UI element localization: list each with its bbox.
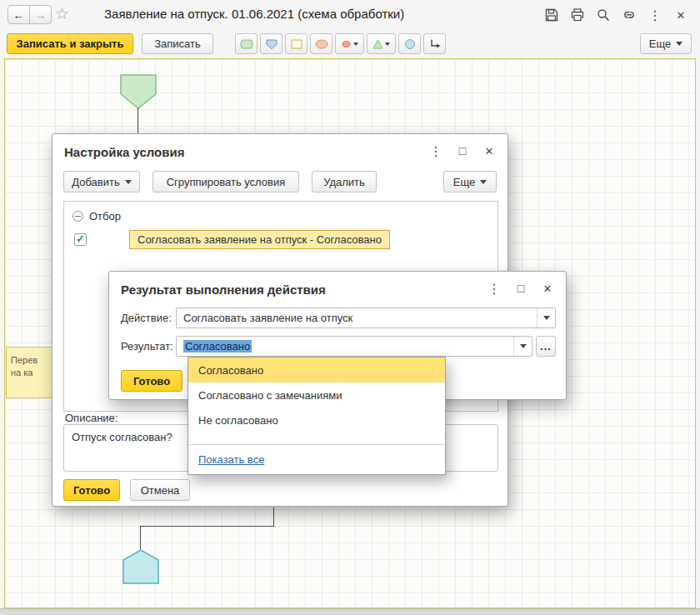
note-text: Перев xyxy=(11,354,49,367)
more-button[interactable]: Еще xyxy=(443,171,497,192)
more-label: Еще xyxy=(649,38,671,50)
close-icon[interactable] xyxy=(672,6,690,24)
forward-icon xyxy=(35,8,47,22)
action-value: Согласовать заявление на отпуск xyxy=(177,312,537,324)
sticky-note[interactable]: Перев на ка xyxy=(6,347,53,398)
connector-tool[interactable] xyxy=(423,33,446,54)
more-label: Еще xyxy=(453,176,475,188)
save-and-close-button[interactable]: Записать и закрыть xyxy=(7,33,133,54)
shape-toolbar xyxy=(235,33,446,54)
result-dropdown-list: Согласовано Согласовано с замечаниями Не… xyxy=(188,357,446,475)
start-shape-tool[interactable] xyxy=(260,33,282,54)
chevron-down-icon xyxy=(520,344,527,348)
back-icon xyxy=(13,8,25,22)
dropdown-option-selected[interactable]: Согласовано xyxy=(188,358,445,382)
chevron-down-icon xyxy=(385,42,390,46)
dropdown-option[interactable]: Согласовано с замечаниями xyxy=(188,382,445,408)
app-window: Заявление на отпуск. 01.06.2021 (схема о… xyxy=(0,0,700,615)
done-button[interactable]: Готово xyxy=(63,479,120,501)
back-button[interactable] xyxy=(8,5,30,24)
forward-button[interactable] xyxy=(29,5,52,24)
tree-root-row[interactable]: Отбор xyxy=(64,206,121,226)
dialog-title: Настройка условия xyxy=(64,145,184,159)
link-icon[interactable] xyxy=(620,6,638,24)
dialog-title: Результат выполнения действия xyxy=(121,282,326,297)
result-combobox[interactable]: Согласовано xyxy=(176,336,532,357)
kebab-icon[interactable] xyxy=(488,281,501,296)
done-button[interactable]: Готово xyxy=(121,370,182,392)
find-icon[interactable] xyxy=(594,6,612,24)
add-label: Добавить xyxy=(72,176,119,188)
action-combobox[interactable]: Согласовать заявление на отпуск xyxy=(176,308,556,328)
close-icon[interactable] xyxy=(541,281,554,296)
kebab-icon[interactable] xyxy=(429,143,442,158)
end-node[interactable] xyxy=(122,549,159,584)
condition-checkbox[interactable] xyxy=(74,233,87,246)
comment-shape-tool[interactable] xyxy=(235,33,258,54)
description-label: Описание: xyxy=(65,412,118,424)
open-button[interactable]: ... xyxy=(536,336,556,357)
start-node[interactable] xyxy=(120,74,157,109)
header-icons xyxy=(542,6,690,24)
dropdown-option[interactable]: Не согласовано xyxy=(188,408,445,432)
dropdown-button[interactable] xyxy=(513,337,532,356)
kebab-icon[interactable] xyxy=(646,6,664,24)
dialog-controls xyxy=(488,281,554,296)
collapse-icon[interactable] xyxy=(72,211,83,222)
action-label: Действие: xyxy=(121,312,172,324)
show-all-row: Показать все xyxy=(188,444,445,474)
chevron-down-icon xyxy=(676,42,682,46)
chevron-down-icon xyxy=(353,42,358,46)
switch-shape-tool[interactable] xyxy=(335,33,364,54)
maximize-icon[interactable] xyxy=(514,281,528,296)
delete-button[interactable]: Удалить xyxy=(312,171,377,192)
maximize-icon[interactable] xyxy=(456,143,469,158)
action-shape-tool[interactable] xyxy=(285,33,308,54)
chevron-down-icon xyxy=(125,180,132,184)
save-button[interactable]: Записать xyxy=(142,33,213,54)
connector-line xyxy=(140,526,141,549)
condition-row[interactable]: Согласовать заявление на отпуск - Соглас… xyxy=(64,228,498,250)
condition-text[interactable]: Согласовать заявление на отпуск - Соглас… xyxy=(129,230,390,249)
window-header: Заявление на отпуск. 01.06.2021 (схема о… xyxy=(0,0,700,58)
save-icon[interactable] xyxy=(542,6,561,24)
split-shape-tool[interactable] xyxy=(367,33,396,54)
more-button[interactable]: Еще xyxy=(640,33,692,54)
favorite-star-icon[interactable] xyxy=(55,4,69,23)
window-title: Заявление на отпуск. 01.06.2021 (схема о… xyxy=(104,7,404,21)
note-text: на ка xyxy=(11,367,49,379)
cancel-button[interactable]: Отмена xyxy=(130,479,190,501)
result-label: Результат: xyxy=(121,340,173,352)
chevron-down-icon xyxy=(480,180,487,184)
window-bottom-edge xyxy=(0,608,700,615)
nav-buttons xyxy=(8,5,52,24)
close-icon[interactable] xyxy=(482,143,496,158)
add-button[interactable]: Добавить xyxy=(63,171,140,192)
chevron-down-icon xyxy=(543,316,550,320)
dropdown-button[interactable] xyxy=(537,308,555,328)
dialog-controls xyxy=(429,143,496,158)
connector-line xyxy=(140,526,274,527)
connector-line xyxy=(273,508,274,526)
print-icon[interactable] xyxy=(568,6,587,24)
tree-root-label: Отбор xyxy=(89,210,121,222)
description-text: Отпуск согласован? xyxy=(72,431,172,443)
result-value-selected: Согласовано xyxy=(183,340,252,352)
connector-line xyxy=(138,108,138,134)
show-all-link[interactable]: Показать все xyxy=(198,453,264,466)
condition-shape-tool[interactable] xyxy=(310,33,332,54)
result-shape-tool[interactable] xyxy=(398,33,421,54)
group-conditions-button[interactable]: Сгруппировать условия xyxy=(152,171,299,192)
